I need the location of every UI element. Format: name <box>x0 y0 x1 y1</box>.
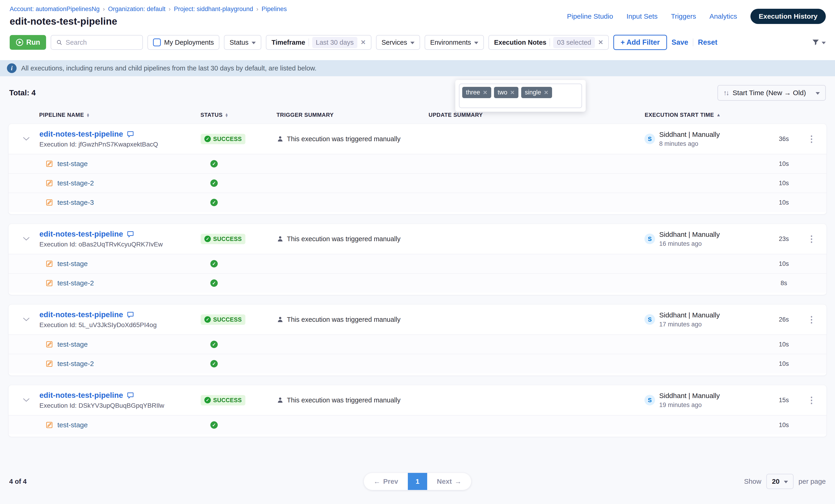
sort-icon[interactable]: ▲▼ <box>86 113 90 117</box>
avatar: S <box>645 314 655 325</box>
timeframe-value: Last 30 days <box>312 37 358 48</box>
environments-filter[interactable]: Environments <box>425 35 484 50</box>
stage-edit-icon <box>45 360 53 368</box>
reset-filter-button[interactable]: Reset <box>698 38 717 46</box>
stage-duration: 10s <box>767 422 801 429</box>
execution-notes-filter[interactable]: Execution Notes 03 selected ✕ <box>488 35 609 50</box>
stage-name-link[interactable]: test-stage-2 <box>57 360 94 368</box>
timeframe-filter[interactable]: Timeframe Last 30 days ✕ <box>266 35 371 50</box>
page-size-select[interactable]: 20 <box>766 474 793 489</box>
timeframe-clear-icon[interactable]: ✕ <box>361 39 366 46</box>
stage-name-link[interactable]: test-stage <box>57 160 88 168</box>
stage-duration: 10s <box>767 360 801 368</box>
comment-icon[interactable] <box>127 230 134 238</box>
row-menu-button[interactable]: ⋮ <box>801 235 822 243</box>
row-menu-button[interactable]: ⋮ <box>801 316 822 323</box>
stage-success-icon: ✓ <box>210 199 218 206</box>
execution-notes-clear-icon[interactable]: ✕ <box>598 39 604 46</box>
status-filter[interactable]: Status <box>224 35 261 50</box>
started-by: Siddhant | Manually <box>659 311 720 319</box>
stage-name-link[interactable]: test-stage <box>57 340 88 348</box>
my-deployments-filter[interactable]: My Deployments <box>147 35 219 50</box>
collapse-chevron-icon[interactable] <box>23 317 30 321</box>
divider <box>693 39 693 46</box>
filter-menu-button[interactable] <box>812 38 826 46</box>
avatar: S <box>645 234 655 244</box>
filters-toolbar: Run My Deployments Status Timeframe Last… <box>0 27 835 60</box>
user-icon <box>277 316 284 323</box>
started-by: Siddhant | Manually <box>659 131 720 139</box>
breadcrumb-pipelines[interactable]: Pipelines <box>262 5 287 13</box>
stage-name-link[interactable]: test-stage-2 <box>57 279 94 287</box>
chevron-down-icon <box>784 481 788 483</box>
stage-success-icon: ✓ <box>210 421 218 429</box>
execution-id: Execution Id: oBas2UqTRvKcyuQRK7IvEw <box>39 241 201 248</box>
save-filter-button[interactable]: Save <box>672 38 688 46</box>
breadcrumb-separator: › <box>256 5 258 13</box>
stage-row: test-stage ✓ 10s <box>8 334 827 354</box>
stage-success-icon: ✓ <box>210 180 218 187</box>
stage-success-icon: ✓ <box>210 260 218 268</box>
tab-input-sets[interactable]: Input Sets <box>627 13 657 20</box>
run-button[interactable]: Run <box>10 35 46 50</box>
my-deployments-checkbox[interactable] <box>153 39 161 46</box>
search-input[interactable] <box>66 39 137 46</box>
column-pipeline-name[interactable]: PIPELINE NAME ▲▼ <box>39 112 201 118</box>
services-filter[interactable]: Services <box>376 35 420 50</box>
column-trigger-summary: TRIGGER SUMMARY <box>277 112 429 118</box>
remove-tag-icon[interactable]: ✕ <box>544 89 548 96</box>
stage-duration: 8s <box>767 280 801 287</box>
breadcrumb-project[interactable]: Project: siddhant-playground <box>174 5 253 13</box>
sort-icon[interactable]: ▲▼ <box>225 113 228 117</box>
add-filter-button[interactable]: + Add Filter <box>613 35 667 50</box>
pipeline-name-link[interactable]: edit-notes-test-pipeline <box>39 391 123 400</box>
user-icon <box>277 135 284 142</box>
pipeline-name-link[interactable]: edit-notes-test-pipeline <box>39 130 123 139</box>
stage-name-link[interactable]: test-stage-3 <box>57 198 94 206</box>
stage-name-link[interactable]: test-stage <box>57 260 88 268</box>
collapse-chevron-icon[interactable] <box>23 137 30 141</box>
remove-tag-icon[interactable]: ✕ <box>510 89 515 96</box>
stage-success-icon: ✓ <box>210 341 218 348</box>
stage-row: test-stage-2 ✓ 8s <box>8 273 827 293</box>
tab-analytics[interactable]: Analytics <box>709 13 737 20</box>
collapse-chevron-icon[interactable] <box>23 237 30 241</box>
row-menu-button[interactable]: ⋮ <box>801 135 822 143</box>
comment-icon[interactable] <box>127 392 134 399</box>
trigger-summary: This execution was triggered manually <box>277 135 429 143</box>
pipeline-name-link[interactable]: edit-notes-test-pipeline <box>39 310 123 319</box>
tab-pipeline-studio[interactable]: Pipeline Studio <box>567 13 613 20</box>
collapse-chevron-icon[interactable] <box>23 398 30 402</box>
comment-icon[interactable] <box>127 311 134 318</box>
comment-icon[interactable] <box>127 130 134 138</box>
page-1-button[interactable]: 1 <box>408 473 427 490</box>
stage-row: test-stage ✓ 10s <box>8 154 827 173</box>
row-menu-button[interactable]: ⋮ <box>801 396 822 404</box>
tab-triggers[interactable]: Triggers <box>671 13 696 20</box>
tab-execution-history[interactable]: Execution History <box>750 9 826 24</box>
stage-duration: 10s <box>767 160 801 167</box>
breadcrumb-separator: › <box>103 5 105 13</box>
pipeline-name-link[interactable]: edit-notes-test-pipeline <box>39 230 123 238</box>
breadcrumb-account[interactable]: Account: automationPipelinesNg <box>10 5 100 13</box>
execution-notes-tag-input[interactable]: three ✕ two ✕ single ✕ <box>459 84 582 108</box>
execution-start-time: S Siddhant | Manually 17 minutes ago <box>645 311 767 328</box>
stage-name-link[interactable]: test-stage-2 <box>57 179 94 187</box>
next-page-button[interactable]: Next → <box>427 473 471 490</box>
stage-name-link[interactable]: test-stage <box>57 421 88 429</box>
execution-duration: 36s <box>767 135 801 143</box>
stage-duration: 10s <box>767 199 801 206</box>
chevron-down-icon <box>410 42 414 44</box>
column-status[interactable]: STATUS ▲▼ <box>201 112 277 118</box>
stage-edit-icon <box>45 260 53 268</box>
search-field[interactable] <box>51 35 143 50</box>
prev-page-button[interactable]: ← Prev <box>364 473 408 490</box>
breadcrumb-organization[interactable]: Organization: default <box>108 5 165 13</box>
execution-duration: 26s <box>767 316 801 323</box>
breadcrumb-separator: › <box>169 5 171 13</box>
chevron-down-icon <box>822 42 826 44</box>
column-execution-start-time[interactable]: EXECUTION START TIME ▲ <box>645 112 767 118</box>
info-icon: i <box>7 63 17 73</box>
sort-select[interactable]: ↑↓ Start Time (New → Old) <box>717 85 826 101</box>
remove-tag-icon[interactable]: ✕ <box>483 89 488 96</box>
